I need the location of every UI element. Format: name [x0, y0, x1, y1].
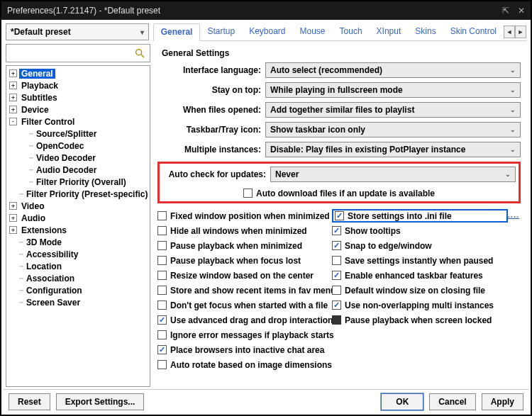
checkbox-label: Auto rotate based on image dimensions [170, 360, 332, 370]
tree-toggle-icon[interactable]: + [9, 214, 17, 222]
tree-item-device[interactable]: +Device [6, 103, 150, 116]
checkbox-use-advanced-drag-and-drop-interaction[interactable]: Use advanced drag and drop interaction [157, 313, 328, 327]
combo-stay-on-top[interactable]: While playing in fullscreen mode⌄ [265, 82, 521, 98]
checkbox-ignore-error-messages-if-playback-starts[interactable]: Ignore error messages if playback starts [157, 328, 328, 342]
tree-label: Screen Saver [24, 298, 82, 308]
checkbox-store-settings-into-ini-file[interactable]: Store settings into .ini file [332, 209, 508, 223]
tree-item-screen-saver[interactable]: ⋯Screen Saver [6, 296, 150, 308]
chevron-down-icon: ▾ [140, 28, 144, 36]
tab-touch[interactable]: Touch [333, 23, 370, 40]
checkbox-default-window-size-on-closing-file[interactable]: Default window size on closing file [332, 283, 508, 297]
tree-toggle-icon[interactable]: + [9, 226, 17, 234]
pin-icon[interactable]: ⇱ [502, 6, 509, 16]
tree-toggle-icon[interactable]: + [9, 81, 17, 89]
cancel-button[interactable]: Cancel [429, 393, 475, 410]
checkbox-place-browsers-into-inactive-chat-area[interactable]: Place browsers into inactive chat area [157, 343, 328, 356]
checkbox-snap-to-edge-window[interactable]: Snap to edge/window [332, 239, 508, 252]
tree-item-filter-priority-overall-[interactable]: ⋯Filter Priority (Overall) [6, 176, 150, 188]
reset-button[interactable]: Reset [9, 393, 50, 410]
checkbox-fixed-window-position-when-minimized[interactable]: Fixed window position when minimized [157, 209, 328, 223]
ini-more-link[interactable]: .... [508, 210, 519, 219]
checkbox-save-settings-instantly-when-paused[interactable]: Save settings instantly when paused [332, 254, 508, 267]
preset-combo[interactable]: *Default preset ▾ [6, 23, 149, 40]
tree-label: Video Decoder [34, 153, 98, 163]
tab-mouse[interactable]: Mouse [293, 23, 333, 40]
combo-auto-check[interactable]: Never⌄ [270, 167, 516, 182]
search-input[interactable] [6, 44, 150, 62]
tree-toggle-icon[interactable]: - [9, 118, 17, 125]
checkbox-store-and-show-recent-items-in-fav-menu[interactable]: Store and show recent items in fav menu [157, 283, 328, 297]
tree-toggle-icon[interactable]: + [9, 69, 17, 77]
apply-button[interactable]: Apply [482, 393, 523, 410]
tree-toggle-icon[interactable]: + [9, 202, 17, 210]
tree-item-general[interactable]: +General [6, 67, 150, 79]
tab-keyboard[interactable]: Keyboard [242, 23, 292, 40]
close-icon[interactable]: ✕ [518, 6, 525, 16]
checkbox-auto-download[interactable]: Auto download files if an update is avai… [243, 186, 435, 200]
tree-label: Configuration [24, 286, 84, 296]
tab-bar: GeneralStartupKeyboardMouseTouchXInputSk… [153, 23, 526, 41]
checkbox-label: Pause playback when focus lost [170, 256, 301, 266]
checkbox-resize-window-based-on-the-center[interactable]: Resize window based on the center [157, 269, 328, 282]
checkbox-column-right: Store settings into .ini fileShow toolti… [332, 209, 521, 371]
checkbox-hide-all-windows-when-minimized[interactable]: Hide all windows when minimized [157, 224, 328, 237]
tree-label: Video [19, 201, 46, 211]
tabs-scroll-right[interactable]: ► [515, 26, 526, 38]
tree-item-accessibility[interactable]: ⋯Accessibility [6, 248, 150, 260]
checkbox-pause-playback-when-screen-locked[interactable]: Pause playback when screen locked [332, 313, 508, 327]
tree-toggle-icon[interactable]: + [9, 106, 17, 113]
combo-multiple-instances[interactable]: Disable: Play files in existing PotPlaye… [265, 142, 521, 157]
checkbox-box [332, 300, 341, 310]
combo-interface-language[interactable]: Auto select (recommended)⌄ [265, 62, 521, 78]
tree-item-filter-priority-preset-specific-[interactable]: ⋯Filter Priority (Preset-specific) [6, 188, 150, 200]
checkbox-box [157, 256, 167, 265]
tree-label: Location [24, 262, 64, 271]
tree-item-filter-control[interactable]: -Filter Control [6, 116, 150, 128]
checkbox-auto-rotate-based-on-image-dimensions[interactable]: Auto rotate based on image dimensions [157, 358, 328, 371]
checkbox-box [332, 286, 341, 295]
tab-skins[interactable]: Skins [408, 23, 443, 40]
search-icon [134, 47, 145, 59]
tree-item-playback[interactable]: +Playback [6, 79, 150, 91]
tree-label: Extensions [19, 225, 69, 235]
checkbox-label: Use non-overlapping multi instances [345, 300, 494, 310]
tree-item-opencodec[interactable]: ⋯OpenCodec [6, 140, 150, 152]
chevron-down-icon: ⌄ [510, 146, 516, 153]
checkbox-box [332, 315, 341, 325]
checkbox-label: Save settings instantly when paused [345, 256, 493, 266]
tree-item-audio-decoder[interactable]: ⋯Audio Decoder [6, 164, 150, 176]
tab-general[interactable]: General [153, 23, 201, 41]
tree-item-subtitles[interactable]: +Subtitles [6, 91, 150, 103]
tree-label: Playback [19, 81, 60, 91]
tree-item-audio[interactable]: +Audio [6, 212, 150, 224]
tree-item-location[interactable]: ⋯Location [6, 260, 150, 272]
tree-item-video[interactable]: +Video [6, 200, 150, 212]
tree-item-3d-mode[interactable]: ⋯3D Mode [6, 236, 150, 248]
tree-item-extensions[interactable]: +Extensions [6, 224, 150, 236]
ok-button[interactable]: OK [381, 393, 423, 410]
tree-item-association[interactable]: ⋯Association [6, 272, 150, 284]
checkbox-label: Default window size on closing file [345, 286, 485, 296]
checkbox-label: Don't get focus when started with a file [170, 300, 328, 310]
tree-item-configuration[interactable]: ⋯Configuration [6, 284, 150, 296]
tabs-scroll-left[interactable]: ◄ [504, 26, 515, 38]
checkbox-pause-playback-when-minimized[interactable]: Pause playback when minimized [157, 239, 328, 252]
tree-label: Audio Decoder [34, 165, 99, 175]
tree-item-source-splitter[interactable]: ⋯Source/Splitter [6, 128, 150, 140]
tree-toggle-icon[interactable]: + [9, 94, 17, 101]
export-settings-button[interactable]: Export Settings... [56, 393, 145, 410]
checkbox-column-left: Fixed window position when minimizedHide… [157, 209, 328, 371]
tree-item-video-decoder[interactable]: ⋯Video Decoder [6, 152, 150, 164]
checkbox-don-t-get-focus-when-started-with-a-file[interactable]: Don't get focus when started with a file [157, 298, 328, 312]
checkbox-pause-playback-when-focus-lost[interactable]: Pause playback when focus lost [157, 254, 328, 267]
checkbox-label: Use advanced drag and drop interaction [170, 315, 333, 325]
tab-startup[interactable]: Startup [200, 23, 242, 40]
checkbox-show-tooltips[interactable]: Show tooltips [332, 224, 508, 237]
combo-when-files-opened[interactable]: Add together similar files to playlist⌄ [265, 102, 521, 118]
tab-xinput[interactable]: XInput [370, 23, 409, 40]
category-tree[interactable]: +General+Playback+Subtitles+Device-Filte… [6, 65, 150, 387]
combo-taskbar-icon[interactable]: Show taskbar icon only⌄ [265, 122, 521, 137]
checkbox-use-non-overlapping-multi-instances[interactable]: Use non-overlapping multi instances [332, 298, 508, 312]
tab-skin-control[interactable]: Skin Control [443, 23, 504, 40]
checkbox-enable-enhanced-taskbar-features[interactable]: Enable enhanced taskbar features [332, 269, 508, 282]
